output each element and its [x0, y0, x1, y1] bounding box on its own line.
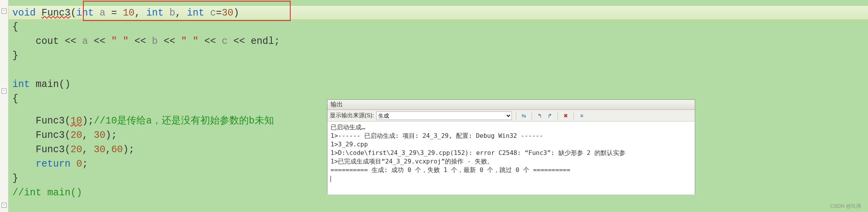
output-line: 已启动生成…: [331, 123, 365, 131]
function-name: Func3: [41, 7, 71, 19]
goto-message-icon[interactable]: ⇆: [520, 112, 528, 120]
output-toolbar: 显示输出来源(S): 生成 ⇆ ↰ ↱ ✖ ≡: [327, 110, 695, 122]
toolbar-separator: [532, 112, 532, 120]
output-line: ========== 生成: 成功 0 个，失败 1 个，最新 0 个，跳过 0…: [331, 166, 570, 174]
output-source-label: 显示输出来源(S):: [330, 112, 374, 119]
prev-message-icon[interactable]: ↰: [536, 112, 544, 120]
output-line: 1>------ 已启动生成: 项目: 24_3_29, 配置: Debug W…: [331, 132, 543, 139]
toolbar-separator: [558, 112, 558, 120]
gutter: − − −: [0, 0, 9, 212]
output-title: 输出: [327, 100, 695, 110]
fold-icon[interactable]: −: [2, 89, 7, 94]
toolbar-separator: [516, 112, 516, 120]
output-source-select[interactable]: 生成: [376, 111, 512, 120]
blank-line[interactable]: [9, 63, 868, 77]
output-line: 1>D:\code\first\24_3_29\3_29.cpp(152): e…: [331, 149, 625, 156]
code-line[interactable]: }: [9, 49, 868, 63]
toolbar-separator: [574, 112, 574, 120]
output-line: 1>已完成生成项目“24_3_29.vcxproj”的操作 - 失败。: [331, 158, 493, 165]
clear-icon[interactable]: ✖: [562, 112, 570, 120]
wrap-icon[interactable]: ≡: [578, 112, 586, 120]
code-line[interactable]: {: [9, 20, 868, 34]
fold-icon[interactable]: −: [2, 203, 7, 208]
code-line[interactable]: cout << a << " " << b << " " << c << end…: [9, 34, 868, 49]
output-panel: 输出 显示输出来源(S): 生成 ⇆ ↰ ↱ ✖ ≡ 已启动生成… 1>----…: [327, 99, 695, 194]
text-cursor: [331, 176, 331, 182]
output-body[interactable]: 已启动生成… 1>------ 已启动生成: 项目: 24_3_29, 配置: …: [327, 122, 695, 195]
watermark: CSDN @玖洲: [830, 203, 861, 210]
fold-icon[interactable]: −: [2, 9, 7, 14]
annotation-box: [83, 1, 291, 21]
output-line: 1>3_29.cpp: [331, 141, 368, 148]
code-line[interactable]: int main(): [9, 77, 868, 92]
next-message-icon[interactable]: ↱: [546, 112, 554, 120]
